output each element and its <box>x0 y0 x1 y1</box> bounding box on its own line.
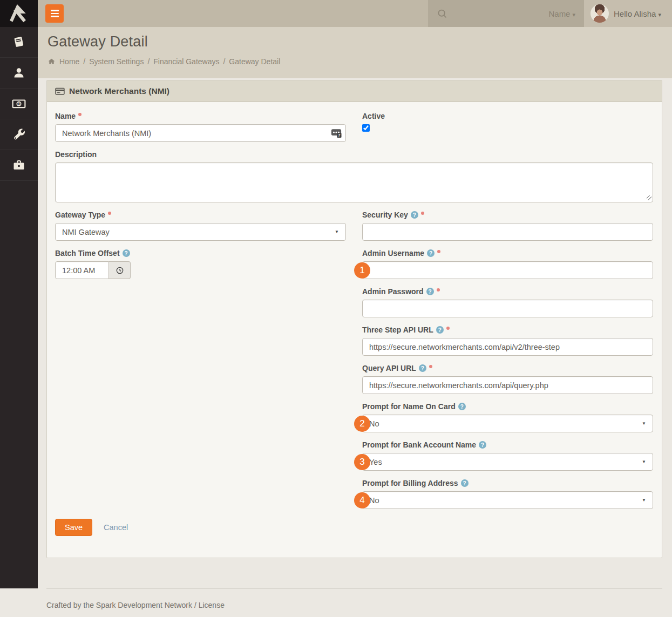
search-type-dropdown[interactable]: Name▾ <box>548 9 575 18</box>
breadcrumb: Home / System Settings / Financial Gatew… <box>47 57 280 66</box>
user-menu[interactable]: Hello Alisha▾ <box>584 0 672 27</box>
prompt-bank-account-name-label: Prompt for Bank Account Name <box>362 440 476 449</box>
person-icon <box>12 66 25 79</box>
three-step-api-url-input[interactable] <box>362 338 653 356</box>
description-textarea[interactable] <box>55 162 653 202</box>
help-icon[interactable]: ? <box>411 211 418 219</box>
wrench-icon <box>12 128 25 141</box>
help-icon[interactable]: ? <box>458 403 466 410</box>
chevron-down-icon: ▾ <box>658 11 661 18</box>
help-icon[interactable]: ? <box>479 441 486 449</box>
book-icon <box>12 36 25 49</box>
gateway-type-label: Gateway Type <box>55 211 105 219</box>
select-caret-icon: ▼ <box>642 498 646 503</box>
help-icon[interactable]: ? <box>427 249 435 257</box>
menu-toggle-button[interactable] <box>45 4 64 23</box>
breadcrumb-financial-gateways[interactable]: Financial Gateways <box>153 57 219 66</box>
step-badge-4: 4 <box>354 492 370 508</box>
panel-title: Network Merchants (NMI) <box>69 86 169 96</box>
required-indicator <box>437 288 440 291</box>
search-icon[interactable] <box>437 8 448 19</box>
rock-logo[interactable] <box>0 0 38 27</box>
breadcrumb-home[interactable]: Home <box>59 57 79 66</box>
prompt-billing-address-label: Prompt for Billing Address <box>362 479 458 487</box>
breadcrumb-gateway-detail: Gateway Detail <box>229 57 280 66</box>
query-api-url-input[interactable] <box>362 376 653 394</box>
required-indicator <box>108 212 111 215</box>
license-link[interactable]: License <box>199 601 225 609</box>
help-icon[interactable]: ? <box>436 326 444 334</box>
gateway-type-field: Gateway Type NMI Gateway ▼ <box>55 211 346 241</box>
gateway-type-select[interactable]: NMI Gateway ▼ <box>55 223 346 241</box>
save-button[interactable]: Save <box>55 519 92 536</box>
active-label: Active <box>362 112 385 120</box>
select-caret-icon: ▼ <box>642 421 646 426</box>
query-api-url-label: Query API URL <box>362 364 416 372</box>
batch-time-offset-input[interactable] <box>55 261 109 279</box>
help-icon[interactable]: ? <box>419 364 426 372</box>
rock-rms-logo-icon <box>9 4 29 23</box>
credit-card-icon <box>55 86 65 96</box>
money-bill-icon: 1 <box>12 97 26 111</box>
time-picker-button[interactable] <box>109 261 131 279</box>
batch-time-offset-field: Batch Time Offset ? <box>55 249 346 279</box>
help-icon[interactable]: ? <box>426 288 434 295</box>
sidebar-item-briefcase[interactable] <box>0 150 38 181</box>
panel-header: Network Merchants (NMI) <box>47 80 662 102</box>
security-key-input[interactable] <box>362 223 653 241</box>
name-input[interactable] <box>55 124 346 142</box>
admin-password-field: Admin Password ? <box>362 287 653 317</box>
sidebar: 1 <box>0 0 38 588</box>
required-indicator <box>437 250 440 253</box>
prompt-bank-account-name-select[interactable]: Yes ▼ <box>362 453 653 471</box>
avatar[interactable] <box>590 4 609 23</box>
sidebar-item-person[interactable] <box>0 58 38 89</box>
prompt-bank-account-name-field: Prompt for Bank Account Name ? 3 Yes ▼ <box>362 440 653 471</box>
briefcase-icon <box>12 159 25 172</box>
description-field: Description <box>55 150 653 202</box>
help-icon[interactable]: ? <box>461 479 469 487</box>
breadcrumb-system-settings[interactable]: System Settings <box>89 57 144 66</box>
step-badge-1: 1 <box>354 262 370 279</box>
sidebar-item-book[interactable] <box>0 27 38 58</box>
name-field: Name 7 <box>55 112 346 142</box>
name-label: Name <box>55 112 76 120</box>
query-api-url-field: Query API URL ? <box>362 364 653 394</box>
prompt-billing-address-select[interactable]: No ▼ <box>362 491 653 509</box>
panel-body: Name 7 <box>47 102 662 546</box>
required-indicator <box>421 212 424 215</box>
step-badge-2: 2 <box>354 416 370 432</box>
footer: Crafted by the Spark Development Network… <box>46 601 225 609</box>
prompt-billing-address-field: Prompt for Billing Address ? 4 No ▼ <box>362 479 653 509</box>
svg-text:1: 1 <box>18 101 20 106</box>
autofill-extension-icon[interactable]: 7 <box>331 128 342 140</box>
description-label: Description <box>55 150 97 159</box>
sidebar-item-wrench[interactable] <box>0 119 38 150</box>
prompt-name-on-card-label: Prompt for Name On Card <box>362 402 456 411</box>
cancel-link[interactable]: Cancel <box>104 523 128 532</box>
user-greeting: Hello Alisha <box>614 9 656 18</box>
help-icon[interactable]: ? <box>123 249 130 257</box>
clock-icon <box>116 266 124 275</box>
three-step-api-url-field: Three Step API URL ? <box>362 326 653 356</box>
smart-search-bar[interactable]: Name▾ <box>428 0 584 27</box>
select-caret-icon: ▼ <box>642 459 646 464</box>
step-badge-3: 3 <box>354 454 370 470</box>
three-step-api-url-label: Three Step API URL <box>362 326 433 334</box>
admin-username-input[interactable] <box>362 261 653 279</box>
admin-username-field: Admin Username ? 1 <box>362 249 653 279</box>
admin-password-input[interactable] <box>362 300 653 317</box>
prompt-name-on-card-field: Prompt for Name On Card ? 2 No ▼ <box>362 402 653 432</box>
active-checkbox[interactable] <box>362 124 370 132</box>
svg-text:7: 7 <box>338 133 340 138</box>
home-icon <box>47 58 56 65</box>
active-field: Active <box>362 112 653 142</box>
page-header: Gateway Detail Home / System Settings / … <box>38 27 672 78</box>
security-key-label: Security Key <box>362 211 408 219</box>
sidebar-item-money[interactable]: 1 <box>0 89 38 119</box>
footer-credit: Crafted by the Spark Development Network <box>46 601 192 609</box>
required-indicator <box>78 113 82 116</box>
prompt-name-on-card-select[interactable]: No ▼ <box>362 415 653 432</box>
required-indicator <box>429 365 432 368</box>
admin-username-label: Admin Username <box>362 249 424 257</box>
